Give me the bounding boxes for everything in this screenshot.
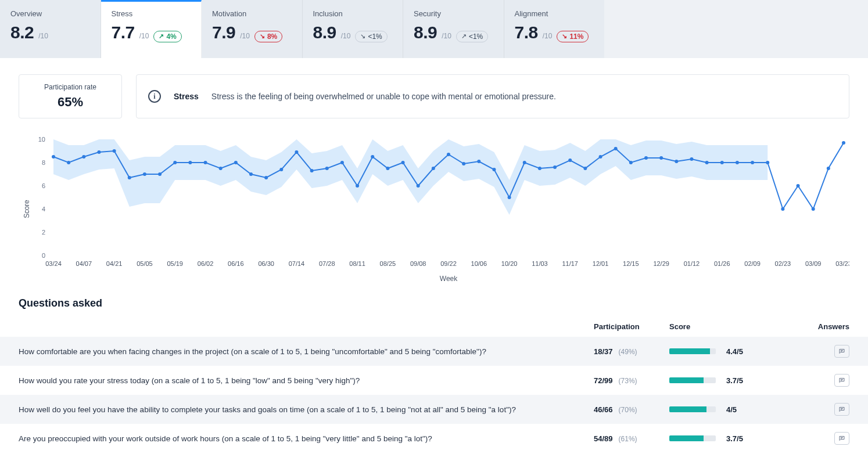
svg-point-64 <box>492 168 496 171</box>
svg-point-37 <box>82 155 85 159</box>
change-value: <1% <box>469 33 483 41</box>
svg-text:06/30: 06/30 <box>258 260 274 267</box>
arrow-down-icon: ↘ <box>562 33 567 39</box>
content-panel: Participation rate 65% i Stress Stress i… <box>0 58 868 461</box>
tab-motivation[interactable]: Motivation7.9/10↘8% <box>202 0 303 58</box>
comment-icon <box>838 376 845 384</box>
svg-text:12/01: 12/01 <box>593 260 609 267</box>
svg-point-76 <box>675 160 678 163</box>
svg-point-84 <box>797 184 800 188</box>
svg-text:08/25: 08/25 <box>380 260 396 267</box>
questions-header-row: Participation Score Answers <box>0 316 868 337</box>
svg-text:03/23: 03/23 <box>835 260 849 267</box>
svg-point-46 <box>219 167 223 170</box>
tab-stress[interactable]: Stress7.7/10↗4% <box>101 0 202 58</box>
svg-point-50 <box>279 168 283 171</box>
svg-point-36 <box>67 161 70 164</box>
tab-denom: /10 <box>543 32 553 40</box>
participation-count: 18/37 <box>594 347 613 356</box>
svg-text:11/17: 11/17 <box>562 260 578 267</box>
tab-label: Alignment <box>515 9 594 18</box>
answers-button[interactable] <box>834 374 849 387</box>
score-cell: 4.4/5 <box>669 347 797 356</box>
svg-text:09/08: 09/08 <box>410 260 426 267</box>
question-text: How well do you feel you have the abilit… <box>19 405 594 414</box>
svg-point-44 <box>188 161 192 164</box>
svg-point-53 <box>325 167 329 170</box>
tab-overview[interactable]: Overview8.2/10 <box>0 0 101 58</box>
svg-text:04/21: 04/21 <box>106 260 123 267</box>
participation-percent: (61%) <box>619 435 637 443</box>
answers-button[interactable] <box>834 345 849 358</box>
svg-point-68 <box>553 165 557 169</box>
tab-score: 7.8 <box>515 23 538 42</box>
participation-count: 46/66 <box>594 405 613 414</box>
participation-cell: 54/89(61%) <box>594 434 669 443</box>
svg-text:6: 6 <box>42 182 45 189</box>
question-row: How would you rate your stress today (on… <box>0 366 868 395</box>
answers-button[interactable] <box>834 432 849 445</box>
svg-text:06/16: 06/16 <box>228 260 244 267</box>
column-header-participation: Participation <box>594 322 669 331</box>
answers-button[interactable] <box>834 403 849 416</box>
comment-icon <box>838 434 845 442</box>
svg-point-40 <box>128 176 131 179</box>
tab-score: 8.9 <box>414 23 437 42</box>
svg-point-49 <box>264 176 268 179</box>
arrow-up-icon: ↗ <box>159 33 164 39</box>
tab-score: 7.9 <box>212 23 235 42</box>
svg-point-62 <box>462 162 465 165</box>
comment-icon <box>838 347 845 355</box>
svg-point-67 <box>538 167 541 170</box>
tab-score: 8.2 <box>10 23 34 42</box>
svg-text:03/24: 03/24 <box>45 260 62 267</box>
svg-text:05/05: 05/05 <box>137 260 153 267</box>
questions-section-title: Questions asked <box>0 284 868 316</box>
svg-text:01/12: 01/12 <box>684 260 700 267</box>
svg-point-83 <box>781 207 784 211</box>
score-value: 4/5 <box>726 405 737 414</box>
tab-alignment[interactable]: Alignment7.8/10↘11% <box>504 0 605 58</box>
question-row: Are you preoccupied with your work outsi… <box>0 424 868 453</box>
svg-text:4: 4 <box>42 206 45 213</box>
arrow-down-icon: ↘ <box>260 33 265 39</box>
score-bar <box>669 377 716 383</box>
tab-denom: /10 <box>240 32 250 40</box>
svg-point-82 <box>766 161 769 164</box>
svg-text:12/29: 12/29 <box>653 260 669 267</box>
svg-text:12/15: 12/15 <box>623 260 639 267</box>
change-value: 4% <box>166 33 176 41</box>
question-text: Are you preoccupied with your work outsi… <box>19 434 594 443</box>
tab-security[interactable]: Security8.9/10↗<1% <box>403 0 504 58</box>
participation-cell: 72/99(73%) <box>594 376 669 385</box>
svg-point-86 <box>827 167 830 170</box>
tab-denom: /10 <box>38 32 48 40</box>
change-value: 11% <box>569 33 583 41</box>
svg-point-80 <box>736 161 739 164</box>
score-bar <box>669 348 716 354</box>
svg-point-60 <box>432 167 435 170</box>
change-pill: ↘<1% <box>355 31 387 42</box>
svg-point-72 <box>614 147 618 150</box>
tab-denom: /10 <box>139 32 149 40</box>
svg-text:02/23: 02/23 <box>775 260 791 267</box>
tab-inclusion[interactable]: Inclusion8.9/10↘<1% <box>303 0 404 58</box>
svg-point-66 <box>523 161 526 164</box>
change-pill: ↗4% <box>153 31 181 42</box>
svg-text:02/09: 02/09 <box>744 260 761 267</box>
tab-label: Security <box>414 9 493 18</box>
svg-text:11/03: 11/03 <box>532 260 548 267</box>
svg-point-38 <box>97 150 101 154</box>
svg-text:Week: Week <box>440 275 458 283</box>
metric-tabs: Overview8.2/10Stress7.7/10↗4%Motivation7… <box>0 0 604 58</box>
question-row: How comfortable are you when facing chan… <box>0 337 868 366</box>
svg-point-55 <box>356 184 359 188</box>
participation-count: 72/99 <box>594 376 613 385</box>
svg-point-85 <box>812 207 815 211</box>
info-icon: i <box>148 90 161 103</box>
score-value: 3.7/5 <box>726 434 743 443</box>
score-cell: 3.7/5 <box>669 434 797 443</box>
score-bar <box>669 406 716 412</box>
arrow-down-icon: ↘ <box>360 33 365 39</box>
svg-point-77 <box>690 157 693 161</box>
